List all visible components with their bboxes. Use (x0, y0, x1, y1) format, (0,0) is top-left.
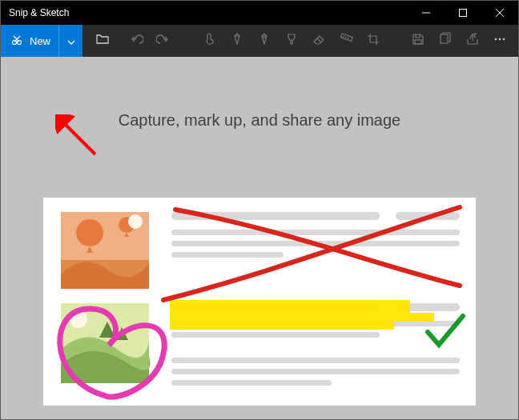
pencil-button[interactable] (251, 25, 278, 57)
ruler-button[interactable] (332, 25, 360, 57)
more-button[interactable] (486, 25, 513, 57)
close-icon (496, 6, 504, 20)
svg-rect-29 (171, 369, 460, 374)
redo-button[interactable] (150, 25, 177, 57)
svg-rect-33 (170, 322, 394, 330)
content-area: Capture, mark up, and share any image (1, 57, 518, 419)
maximize-button[interactable] (445, 1, 481, 25)
minimize-button[interactable] (408, 1, 445, 25)
undo-button[interactable] (123, 25, 150, 57)
svg-rect-31 (170, 300, 410, 313)
new-button-label: New (30, 35, 50, 47)
svg-point-11 (503, 38, 505, 41)
svg-rect-8 (441, 34, 448, 43)
svg-rect-27 (171, 332, 380, 338)
highlighter-button[interactable] (278, 25, 305, 57)
minimize-icon (422, 6, 430, 20)
eraser-icon (312, 32, 326, 50)
undo-icon (129, 32, 143, 50)
svg-point-10 (499, 38, 501, 41)
new-button[interactable]: New (1, 25, 82, 57)
crop-button[interactable] (360, 25, 387, 57)
eraser-button[interactable] (305, 25, 332, 57)
page-title: Capture, mark up, and share any image (119, 111, 400, 130)
open-icon (95, 32, 110, 50)
svg-rect-1 (460, 10, 467, 17)
toolbar: New (1, 25, 518, 57)
titlebar: Snip & Sketch (1, 1, 518, 25)
annotation-arrow (55, 114, 103, 162)
ballpoint-pen-button[interactable] (223, 25, 251, 57)
crop-icon (366, 32, 380, 50)
new-button-dropdown[interactable] (58, 25, 82, 57)
save-button[interactable] (404, 25, 432, 57)
svg-rect-21 (171, 230, 460, 235)
redo-icon (156, 32, 171, 50)
touch-writing-button[interactable] (196, 25, 223, 57)
save-icon (411, 32, 425, 50)
copy-icon (438, 32, 453, 50)
illustration-card (43, 198, 476, 406)
pen-icon (230, 32, 244, 50)
svg-rect-28 (171, 358, 460, 363)
svg-rect-23 (171, 252, 284, 258)
svg-rect-6 (340, 34, 352, 41)
svg-point-9 (495, 38, 497, 41)
copy-button[interactable] (432, 25, 459, 57)
ruler-icon (339, 32, 353, 50)
close-button[interactable] (481, 1, 518, 25)
snip-icon (10, 34, 23, 49)
app-window: Snip & Sketch (0, 0, 519, 420)
svg-point-14 (76, 219, 103, 246)
svg-point-16 (128, 214, 143, 229)
pencil-icon (257, 32, 272, 50)
new-button-main[interactable]: New (1, 25, 58, 57)
svg-rect-30 (171, 380, 332, 386)
share-icon (465, 32, 480, 50)
more-icon (493, 32, 507, 50)
highlighter-icon (284, 32, 299, 50)
svg-rect-7 (415, 40, 421, 44)
window-title: Snip & Sketch (1, 7, 408, 18)
share-button[interactable] (459, 25, 486, 57)
svg-rect-32 (170, 313, 434, 322)
touch-icon (203, 32, 217, 50)
svg-line-34 (62, 121, 95, 154)
maximize-icon (459, 6, 467, 20)
chevron-down-icon (67, 34, 75, 48)
open-button[interactable] (89, 25, 116, 57)
illustration (43, 198, 476, 406)
